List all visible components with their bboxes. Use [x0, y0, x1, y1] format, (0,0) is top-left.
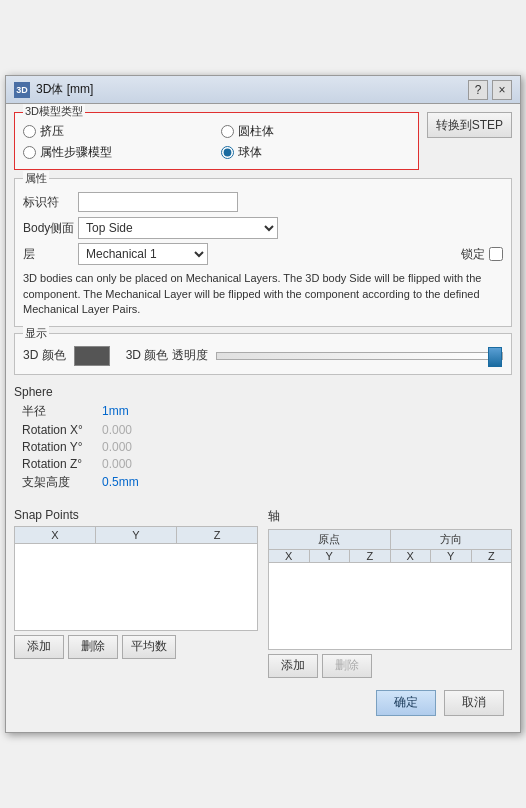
sphere-standoff-label: 支架高度 — [22, 474, 102, 491]
layer-select[interactable]: Mechanical 1 — [78, 243, 208, 265]
snap-header-z: Z — [177, 527, 257, 543]
axis-origin-header: 原点 — [269, 530, 391, 549]
snap-points-header: X Y Z — [14, 526, 258, 543]
dialog-3d-body: 3D 3D体 [mm] ? × 3D模型类型 挤压 圆柱体 — [5, 75, 521, 732]
display-label: 显示 — [23, 326, 49, 341]
snap-add-button[interactable]: 添加 — [14, 635, 64, 659]
title-bar-left: 3D 3D体 [mm] — [14, 81, 93, 98]
axis-header: 原点 方向 — [268, 529, 512, 549]
snap-points-title: Snap Points — [14, 508, 258, 522]
sphere-radius-value[interactable]: 1mm — [102, 404, 129, 418]
model-type-grid: 挤压 圆柱体 属性步骤模型 球体 — [23, 123, 410, 161]
convert-to-step-button[interactable]: 转换到STEP — [427, 112, 512, 138]
sphere-rotz-label: Rotation Z° — [22, 457, 102, 471]
axis-sub-header: X Y Z X Y Z — [268, 549, 512, 562]
layer-row: 层 Mechanical 1 锁定 — [23, 243, 503, 265]
properties-section: 属性 标识符 Body侧面 Top Side Bottom Side 层 Mec… — [14, 178, 512, 326]
color-row: 3D 颜色 3D 颜色 透明度 — [23, 346, 503, 366]
axis-sub-x2: X — [391, 550, 432, 562]
radio-extrude[interactable]: 挤压 — [23, 123, 211, 140]
axis-sub-y2: Y — [431, 550, 472, 562]
snap-points-buttons: 添加 删除 平均数 — [14, 635, 258, 659]
model-type-section: 3D模型类型 挤压 圆柱体 属性步骤模型 — [14, 112, 419, 170]
axis-buttons: 添加 删除 — [268, 654, 512, 678]
snap-header-x: X — [15, 527, 96, 543]
opacity-slider[interactable] — [216, 352, 503, 360]
radio-step-input[interactable] — [23, 146, 36, 159]
sphere-standoff-row: 支架高度 0.5mm — [14, 474, 512, 491]
body-side-label: Body侧面 — [23, 220, 78, 237]
axis-body — [268, 562, 512, 650]
lock-checkbox[interactable] — [489, 247, 503, 261]
tables-area: Snap Points X Y Z 添加 删除 平均数 轴 原点 — [14, 508, 512, 678]
dialog-icon: 3D — [14, 82, 30, 98]
layer-label: 层 — [23, 246, 78, 263]
snap-points-section: Snap Points X Y Z 添加 删除 平均数 — [14, 508, 258, 678]
sphere-radius-row: 半径 1mm — [14, 403, 512, 420]
properties-label: 属性 — [23, 171, 49, 186]
axis-sub-z1: Z — [350, 550, 391, 562]
info-text: 3D bodies can only be placed on Mechanic… — [23, 269, 503, 317]
radio-step-label: 属性步骤模型 — [40, 144, 112, 161]
radio-step[interactable]: 属性步骤模型 — [23, 144, 211, 161]
close-button[interactable]: × — [492, 80, 512, 100]
snap-delete-button[interactable]: 删除 — [68, 635, 118, 659]
sphere-rotx-row: Rotation X° 0.000 — [14, 423, 512, 437]
sphere-title: Sphere — [14, 385, 512, 399]
sphere-standoff-value[interactable]: 0.5mm — [102, 475, 139, 489]
body-side-row: Body侧面 Top Side Bottom Side — [23, 217, 503, 239]
sphere-radius-label: 半径 — [22, 403, 102, 420]
axis-sub-y1: Y — [310, 550, 351, 562]
title-bar: 3D 3D体 [mm] ? × — [6, 76, 520, 104]
cancel-button[interactable]: 取消 — [444, 690, 504, 716]
body-side-select[interactable]: Top Side Bottom Side — [78, 217, 278, 239]
sphere-rotz-value[interactable]: 0.000 — [102, 457, 132, 471]
opacity-label: 3D 颜色 透明度 — [126, 347, 208, 364]
radio-cylinder-label: 圆柱体 — [238, 123, 274, 140]
bottom-buttons: 确定 取消 — [14, 684, 512, 724]
dialog-title: 3D体 [mm] — [36, 81, 93, 98]
sphere-roty-label: Rotation Y° — [22, 440, 102, 454]
snap-average-button[interactable]: 平均数 — [122, 635, 176, 659]
title-bar-right: ? × — [468, 80, 512, 100]
sphere-roty-row: Rotation Y° 0.000 — [14, 440, 512, 454]
axis-direction-header: 方向 — [391, 530, 512, 549]
axis-add-button[interactable]: 添加 — [268, 654, 318, 678]
radio-cylinder-input[interactable] — [221, 125, 234, 138]
ok-button[interactable]: 确定 — [376, 690, 436, 716]
help-button[interactable]: ? — [468, 80, 488, 100]
model-type-label: 3D模型类型 — [23, 104, 85, 119]
radio-sphere[interactable]: 球体 — [221, 144, 409, 161]
radio-sphere-input[interactable] — [221, 146, 234, 159]
identifier-row: 标识符 — [23, 191, 503, 213]
radio-sphere-label: 球体 — [238, 144, 262, 161]
sphere-rotx-label: Rotation X° — [22, 423, 102, 437]
snap-header-y: Y — [96, 527, 177, 543]
identifier-input[interactable] — [78, 192, 238, 212]
sphere-roty-value[interactable]: 0.000 — [102, 440, 132, 454]
snap-points-body — [14, 543, 258, 631]
sphere-rotx-value[interactable]: 0.000 — [102, 423, 132, 437]
dialog-content: 3D模型类型 挤压 圆柱体 属性步骤模型 — [6, 104, 520, 731]
axis-sub-x1: X — [269, 550, 310, 562]
axis-delete-button[interactable]: 删除 — [322, 654, 372, 678]
color-label: 3D 颜色 — [23, 347, 66, 364]
lock-label: 锁定 — [461, 246, 485, 263]
sphere-section: Sphere 半径 1mm Rotation X° 0.000 Rotation… — [14, 381, 512, 498]
color-swatch[interactable] — [74, 346, 110, 366]
display-section: 显示 3D 颜色 3D 颜色 透明度 — [14, 333, 512, 375]
radio-extrude-label: 挤压 — [40, 123, 64, 140]
opacity-slider-container[interactable] — [216, 346, 503, 366]
sphere-rotz-row: Rotation Z° 0.000 — [14, 457, 512, 471]
axis-section: 轴 原点 方向 X Y Z X Y Z 添加 删除 — [268, 508, 512, 678]
axis-title: 轴 — [268, 508, 512, 525]
identifier-label: 标识符 — [23, 194, 78, 211]
opacity-thumb[interactable] — [488, 347, 502, 367]
axis-sub-z2: Z — [472, 550, 512, 562]
radio-cylinder[interactable]: 圆柱体 — [221, 123, 409, 140]
radio-extrude-input[interactable] — [23, 125, 36, 138]
